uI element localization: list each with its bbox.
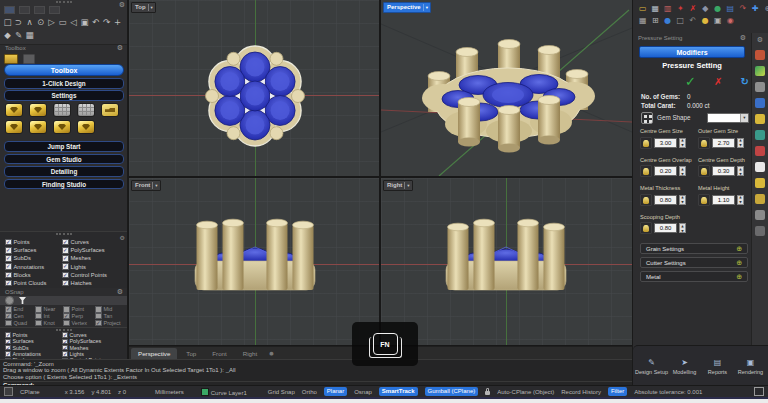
curve-tool-icon[interactable]: ▭	[57, 16, 68, 28]
gear-icon[interactable]: ⚙	[757, 36, 763, 44]
side-strip-icon[interactable]	[755, 114, 765, 124]
curve-tool-icon[interactable]: ◆	[2, 29, 13, 41]
parameter-value-input[interactable]: 2.70	[712, 138, 735, 148]
stepper[interactable]	[737, 195, 744, 205]
side-strip-icon[interactable]	[755, 130, 765, 140]
toolbar-icon[interactable]: ▦	[637, 15, 649, 26]
viewport-label-front[interactable]: Front▾	[131, 180, 161, 191]
tab-right[interactable]: Right	[236, 348, 264, 359]
metal-section[interactable]: Metal ⊕	[640, 271, 748, 282]
toolbar-icon[interactable]: ✦	[675, 3, 687, 14]
channel-tool-icon[interactable]	[53, 120, 71, 134]
filter-checkbox[interactable]: Point Clouds	[5, 279, 62, 287]
grid-snap-toggle[interactable]: Grid Snap	[268, 389, 295, 395]
folder-tab-icon[interactable]	[4, 54, 18, 64]
osnap-checkbox[interactable]: Mid	[95, 306, 123, 313]
parameter-value-input[interactable]: 0.20	[654, 166, 677, 176]
viewport-front[interactable]: Front▾	[129, 178, 379, 345]
osnap-checkbox[interactable]: Vertex	[63, 320, 95, 327]
cluster-tool-icon[interactable]	[77, 120, 95, 134]
ortho-toggle[interactable]: Ortho	[302, 389, 317, 395]
side-strip-icon[interactable]	[755, 66, 765, 76]
mode-button[interactable]: ➤ Modelling	[668, 358, 701, 375]
parameter-value-input[interactable]: 0.80	[654, 223, 677, 233]
auto-cplane-toggle[interactable]: Auto-CPlane (Object)	[497, 389, 554, 395]
filter-funnel-icon[interactable]	[19, 297, 26, 304]
viewport-right[interactable]: Right▾	[381, 178, 632, 345]
stepper[interactable]	[679, 138, 686, 148]
finding-studio-button[interactable]: Finding Studio	[4, 179, 124, 190]
export-tool-icon[interactable]	[101, 103, 119, 117]
layer-menu[interactable]: Curve Layer1	[201, 388, 247, 396]
stepper[interactable]	[679, 223, 686, 233]
curve-tool-icon[interactable]: ▷	[46, 16, 57, 28]
filter-checkbox[interactable]: Blocks	[5, 271, 62, 279]
settings-button[interactable]: Settings	[4, 90, 124, 101]
mode-button[interactable]: ▤ Reports	[701, 358, 734, 375]
osnap-checkbox[interactable]: Int	[35, 313, 63, 320]
side-strip-icon[interactable]	[755, 194, 765, 204]
side-strip-icon[interactable]	[755, 226, 765, 236]
parameter-value-input[interactable]: 0.30	[712, 166, 735, 176]
toolbar-icon[interactable]: ▣	[712, 15, 724, 26]
filter-checkbox[interactable]: Lights	[62, 263, 124, 271]
cplane-menu[interactable]: CPlane	[20, 389, 40, 395]
toolbar-icon[interactable]: ▦	[650, 3, 662, 14]
curve-tool-icon[interactable]: ↶	[90, 16, 101, 28]
osnap-checkbox[interactable]: Tan	[95, 313, 123, 320]
parameter-value-input[interactable]: 0.80	[654, 195, 677, 205]
gear-icon[interactable]: ⚙	[117, 288, 123, 296]
stepper[interactable]	[737, 166, 744, 176]
chevron-down-icon[interactable]: ▾	[404, 182, 409, 190]
toolbar-icon[interactable]: ●	[700, 15, 712, 26]
toolbar-tab[interactable]	[34, 6, 45, 14]
viewport-perspective[interactable]: Perspective▾	[381, 0, 632, 176]
viewport-label-top[interactable]: Top▾	[131, 2, 156, 13]
toolbar-icon[interactable]: ✗	[687, 3, 699, 14]
osnap-checkbox[interactable]: Knot	[35, 320, 63, 327]
gumball-toggle[interactable]: Gumball (CPlane)	[425, 387, 479, 396]
filter-checkbox[interactable]: Annotations	[5, 263, 62, 271]
toolbar-icon[interactable]: □	[675, 15, 687, 26]
osnap-checkbox[interactable]: ✓Project	[95, 320, 123, 327]
curve-tool-icon[interactable]: +	[112, 16, 123, 28]
gem-shape-dropdown[interactable]: ▾	[707, 113, 749, 123]
gear-icon[interactable]: ⚙	[119, 1, 125, 9]
toolbar-icon[interactable]: ●	[712, 3, 724, 14]
expand-icon[interactable]: ⊕	[736, 259, 742, 267]
curve-tool-icon[interactable]: ∧	[24, 16, 35, 28]
toolbar-icon[interactable]: ↷	[737, 3, 749, 14]
toolbar-tab[interactable]	[19, 6, 30, 14]
record-history-toggle[interactable]: Record History	[561, 389, 601, 395]
side-strip-icon[interactable]	[755, 98, 765, 108]
osnap-checkbox[interactable]: Quad	[5, 320, 35, 327]
curve-tool-icon[interactable]: ✎	[13, 29, 24, 41]
tab-perspective[interactable]: Perspective	[131, 348, 177, 359]
curve-tool-icon[interactable]: ⊙	[35, 16, 46, 28]
smarttrack-toggle[interactable]: SmartTrack	[379, 387, 418, 396]
osnap-checkbox[interactable]: ✓Perp	[63, 313, 95, 320]
parameter-value-input[interactable]: 3.00	[654, 138, 677, 148]
curve-tool-icon[interactable]: ▣	[79, 16, 90, 28]
filter-checkbox[interactable]: Points	[5, 238, 62, 246]
lock-icon[interactable]	[485, 391, 490, 395]
disable-osnap-icon[interactable]	[5, 296, 14, 305]
side-strip-icon[interactable]	[755, 82, 765, 92]
curve-tool-icon[interactable]: ↷	[101, 16, 112, 28]
stepper[interactable]	[679, 195, 686, 205]
toolbar-icon[interactable]: ⊞	[650, 15, 662, 26]
side-strip-icon[interactable]	[755, 50, 765, 60]
expand-icon[interactable]: ⊕	[736, 245, 742, 253]
stepper[interactable]	[679, 166, 686, 176]
curve-tool-icon[interactable]: ⊃	[13, 16, 24, 28]
osnap-toggle[interactable]: Osnap	[354, 389, 372, 395]
filter-checkbox[interactable]: Control Points	[62, 271, 124, 279]
filter-checkbox[interactable]: Curves	[62, 238, 124, 246]
curve-tool-icon[interactable]: □	[2, 16, 13, 28]
toolbar-icon[interactable]: ▤	[725, 3, 737, 14]
gear-icon[interactable]: ⚙	[740, 34, 746, 42]
mode-button[interactable]: ▣ Rendering	[734, 358, 767, 375]
toolbox-button[interactable]: Toolbox	[4, 64, 124, 76]
panel-grip[interactable]	[56, 233, 72, 235]
filter-checkbox[interactable]: SubDs	[5, 254, 62, 262]
